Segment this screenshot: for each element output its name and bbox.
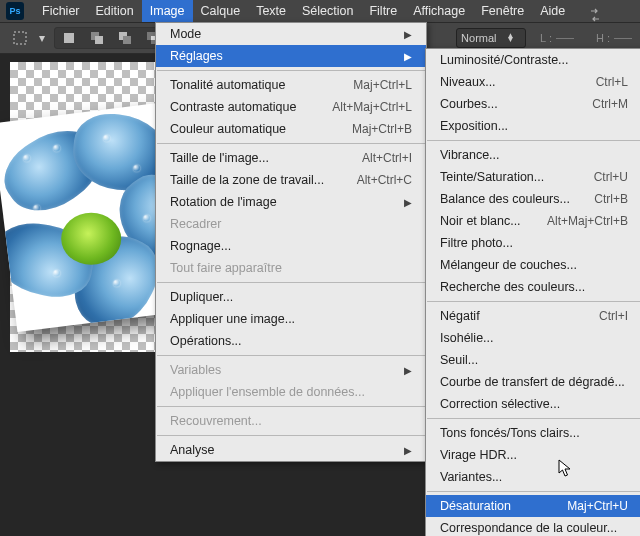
image-menu-item-1[interactable]: Réglages▶ [156, 45, 426, 67]
image-menu-item-18: Variables▶ [156, 359, 426, 381]
marquee-icon[interactable] [9, 27, 31, 49]
adjustments-item-11[interactable]: Recherche des couleurs... [426, 276, 640, 298]
adjustments-item-1[interactable]: Niveaux...Ctrl+L [426, 71, 640, 93]
image-menu-item-14[interactable]: Dupliquer... [156, 286, 426, 308]
image-menu-item-15[interactable]: Appliquer une image... [156, 308, 426, 330]
image-menu-item-4[interactable]: Contraste automatiqueAlt+Maj+Ctrl+L [156, 96, 426, 118]
image-menu-item-0[interactable]: Mode▶ [156, 23, 426, 45]
menu-item-label: Tonalité automatique [170, 78, 285, 92]
menu-aide[interactable]: Aide [532, 0, 573, 22]
menu-sélection[interactable]: Sélection [294, 0, 361, 22]
stepper-arrows-icon: ▲▼ [507, 34, 514, 42]
menu-image[interactable]: Image [142, 0, 193, 22]
menu-fichier[interactable]: Fichier [34, 0, 88, 22]
adjustments-item-14[interactable]: Isohélie... [426, 327, 640, 349]
adjustments-item-9[interactable]: Filtre photo... [426, 232, 640, 254]
width-value-empty [556, 38, 574, 39]
adjustments-item-19[interactable]: Tons foncés/Tons clairs... [426, 422, 640, 444]
menu-item-label: Recadrer [170, 217, 221, 231]
menu-item-label: Variantes... [440, 470, 502, 484]
menu-item-shortcut: Maj+Ctrl+U [543, 499, 628, 513]
image-menu-item-7[interactable]: Taille de l'image...Alt+Ctrl+I [156, 147, 426, 169]
subtract-selection-icon[interactable] [114, 28, 136, 48]
menu-calque[interactable]: Calque [193, 0, 249, 22]
menu-item-shortcut: Alt+Maj+Ctrl+L [308, 100, 412, 114]
svg-rect-5 [123, 36, 131, 44]
adjustments-item-15[interactable]: Seuil... [426, 349, 640, 371]
submenu-arrow-icon: ▶ [404, 365, 412, 376]
menu-item-label: Seuil... [440, 353, 478, 367]
image-menu-item-3[interactable]: Tonalité automatiqueMaj+Ctrl+L [156, 74, 426, 96]
adjustments-item-10[interactable]: Mélangeur de couches... [426, 254, 640, 276]
menu-item-label: Correspondance de la couleur... [440, 521, 617, 535]
menu-item-label: Désaturation [440, 499, 511, 513]
menu-texte[interactable]: Texte [248, 0, 294, 22]
menu-item-label: Recherche des couleurs... [440, 280, 585, 294]
adjustments-item-23[interactable]: DésaturationMaj+Ctrl+U [426, 495, 640, 517]
submenu-arrow-icon: ▶ [404, 29, 412, 40]
menu-affichage[interactable]: Affichage [405, 0, 473, 22]
menu-item-shortcut: Ctrl+L [572, 75, 628, 89]
menu-item-label: Taille de l'image... [170, 151, 269, 165]
app-logo: Ps [6, 2, 24, 20]
swap-dimensions-icon[interactable] [588, 8, 602, 22]
image-menu-item-10: Recadrer [156, 213, 426, 235]
adjustments-item-16[interactable]: Courbe de transfert de dégradé... [426, 371, 640, 393]
svg-rect-3 [95, 36, 103, 44]
menu-item-label: Teinte/Saturation... [440, 170, 544, 184]
menu-item-label: Vibrance... [440, 148, 500, 162]
image-menu-item-8[interactable]: Taille de la zone de travail...Alt+Ctrl+… [156, 169, 426, 191]
menu-item-label: Courbe de transfert de dégradé... [440, 375, 625, 389]
menu-item-label: Appliquer une image... [170, 312, 295, 326]
menu-item-label: Négatif [440, 309, 480, 323]
adjustments-item-5[interactable]: Vibrance... [426, 144, 640, 166]
adjustments-submenu: Luminosité/Contraste...Niveaux...Ctrl+LC… [425, 48, 640, 536]
menu-item-label: Variables [170, 363, 221, 377]
new-selection-icon[interactable] [58, 28, 80, 48]
adjustments-item-8[interactable]: Noir et blanc...Alt+Maj+Ctrl+B [426, 210, 640, 232]
submenu-arrow-icon: ▶ [404, 445, 412, 456]
adjustments-item-20[interactable]: Virage HDR... [426, 444, 640, 466]
adjustments-item-3[interactable]: Exposition... [426, 115, 640, 137]
menu-item-shortcut: Alt+Maj+Ctrl+B [523, 214, 628, 228]
menu-item-label: Opérations... [170, 334, 242, 348]
adjustments-item-24[interactable]: Correspondance de la couleur... [426, 517, 640, 536]
adjustments-item-7[interactable]: Balance des couleurs...Ctrl+B [426, 188, 640, 210]
menu-item-label: Virage HDR... [440, 448, 517, 462]
menu-item-shortcut: Ctrl+U [570, 170, 628, 184]
svg-rect-0 [14, 32, 26, 44]
dropdown-caret-icon[interactable]: ▾ [37, 27, 47, 49]
image-menu-item-19: Appliquer l'ensemble de données... [156, 381, 426, 403]
image-menu-item-5[interactable]: Couleur automatiqueMaj+Ctrl+B [156, 118, 426, 140]
menu-item-shortcut: Ctrl+M [568, 97, 628, 111]
adjustments-item-2[interactable]: Courbes...Ctrl+M [426, 93, 640, 115]
add-selection-icon[interactable] [86, 28, 108, 48]
menu-filtre[interactable]: Filtre [361, 0, 405, 22]
menu-edition[interactable]: Edition [88, 0, 142, 22]
menu-item-shortcut: Maj+Ctrl+L [329, 78, 412, 92]
image-menu-item-9[interactable]: Rotation de l'image▶ [156, 191, 426, 213]
menu-item-shortcut: Alt+Ctrl+I [338, 151, 412, 165]
selection-mode-group [54, 27, 168, 49]
image-menu-item-23[interactable]: Analyse▶ [156, 439, 426, 461]
menu-item-label: Mode [170, 27, 201, 41]
adjustments-item-17[interactable]: Correction sélective... [426, 393, 640, 415]
menu-item-label: Balance des couleurs... [440, 192, 570, 206]
blend-mode-dropdown[interactable]: Normal ▲▼ [456, 28, 526, 48]
adjustments-item-0[interactable]: Luminosité/Contraste... [426, 49, 640, 71]
menu-item-label: Luminosité/Contraste... [440, 53, 569, 67]
image-menu-item-16[interactable]: Opérations... [156, 330, 426, 352]
blend-mode-value: Normal [461, 32, 496, 44]
menu-item-label: Correction sélective... [440, 397, 560, 411]
adjustments-item-21[interactable]: Variantes... [426, 466, 640, 488]
width-label: L : [540, 32, 552, 44]
menu-fenêtre[interactable]: Fenêtre [473, 0, 532, 22]
image-menu-item-11[interactable]: Rognage... [156, 235, 426, 257]
menubar: Ps FichierEditionImageCalqueTexteSélecti… [0, 0, 640, 23]
menu-item-label: Taille de la zone de travail... [170, 173, 324, 187]
adjustments-item-13[interactable]: NégatifCtrl+I [426, 305, 640, 327]
adjustments-item-6[interactable]: Teinte/Saturation...Ctrl+U [426, 166, 640, 188]
height-value-empty [614, 38, 632, 39]
menu-item-label: Filtre photo... [440, 236, 513, 250]
menu-item-shortcut: Alt+Ctrl+C [333, 173, 412, 187]
